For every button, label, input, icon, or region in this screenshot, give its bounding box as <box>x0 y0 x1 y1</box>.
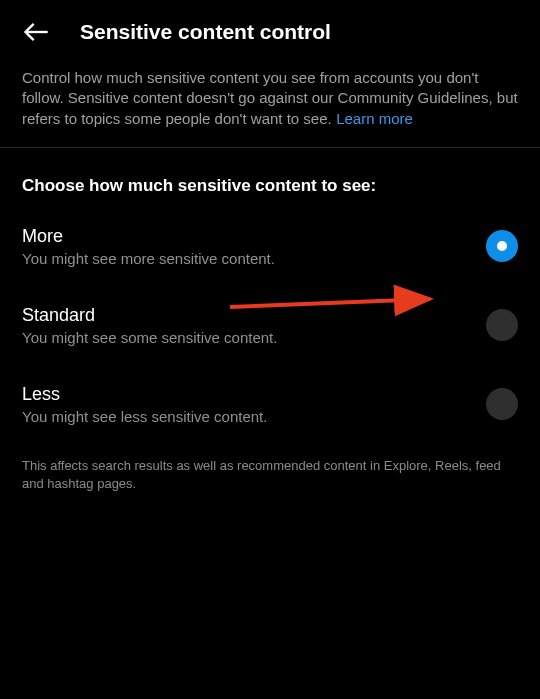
learn-more-link[interactable]: Learn more <box>336 110 413 127</box>
option-title: More <box>22 226 466 247</box>
header-bar: Sensitive content control <box>0 0 540 68</box>
option-text: Less You might see less sensitive conten… <box>22 384 466 425</box>
description-text: Control how much sensitive content you s… <box>22 69 518 127</box>
option-standard[interactable]: Standard You might see some sensitive co… <box>0 305 540 346</box>
radio-standard[interactable] <box>486 309 518 341</box>
option-desc: You might see less sensitive content. <box>22 408 466 425</box>
option-title: Standard <box>22 305 466 326</box>
option-title: Less <box>22 384 466 405</box>
option-desc: You might see more sensitive content. <box>22 250 466 267</box>
option-desc: You might see some sensitive content. <box>22 329 466 346</box>
option-less[interactable]: Less You might see less sensitive conten… <box>0 384 540 425</box>
arrow-left-icon <box>22 18 50 46</box>
radio-less[interactable] <box>486 388 518 420</box>
radio-more[interactable] <box>486 230 518 262</box>
option-text: Standard You might see some sensitive co… <box>22 305 466 346</box>
option-text: More You might see more sensitive conten… <box>22 226 466 267</box>
section-heading: Choose how much sensitive content to see… <box>0 176 540 196</box>
footnote-text: This affects search results as well as r… <box>0 457 540 493</box>
back-button[interactable] <box>20 16 52 48</box>
option-more[interactable]: More You might see more sensitive conten… <box>0 226 540 267</box>
page-title: Sensitive content control <box>80 20 331 44</box>
description-block: Control how much sensitive content you s… <box>0 68 540 147</box>
divider <box>0 147 540 148</box>
